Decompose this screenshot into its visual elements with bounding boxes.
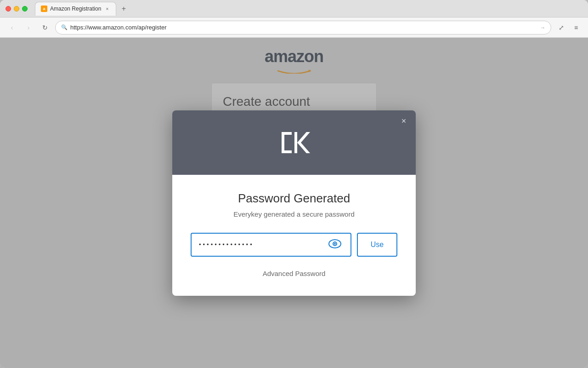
browser-tab[interactable]: a Amazon Registration × [35, 2, 116, 16]
eye-icon [328, 239, 341, 248]
forward-button[interactable]: › [22, 21, 35, 34]
svg-marker-5 [297, 132, 310, 153]
svg-rect-1 [282, 132, 284, 153]
use-button[interactable]: Use [357, 233, 397, 257]
reload-button[interactable]: ↻ [39, 21, 51, 34]
modal-close-button[interactable]: × [398, 116, 409, 127]
modal-title: Password Generated [191, 191, 397, 206]
svg-rect-2 [282, 132, 292, 135]
svg-point-8 [334, 243, 336, 245]
nav-right-buttons: ⤢ ≡ [555, 21, 582, 34]
minimize-traffic-light[interactable] [14, 6, 19, 12]
nav-bar: ‹ › ↻ 🔍 https://www.amazon.com/ap/regist… [0, 17, 588, 38]
close-traffic-light[interactable] [6, 6, 11, 12]
password-row: •••••••••••••• Use [191, 233, 397, 257]
tab-area: a Amazon Registration × + [35, 2, 582, 16]
menu-button[interactable]: ≡ [570, 21, 582, 34]
cast-button[interactable]: ⤢ [555, 21, 568, 34]
page-content: amazon Create account Already have an ac… [0, 38, 588, 368]
svg-rect-4 [294, 132, 297, 153]
traffic-lights [6, 6, 28, 12]
back-button[interactable]: ‹ [6, 21, 18, 34]
tab-close-button[interactable]: × [104, 6, 110, 12]
modal-overlay: × Passwor [0, 38, 588, 368]
title-bar: a Amazon Registration × + [0, 0, 588, 17]
tab-favicon: a [41, 6, 47, 12]
advanced-password-link[interactable]: Advanced Password [191, 270, 397, 277]
modal-subtitle: Everykey generated a secure password [191, 210, 397, 218]
browser-window: a Amazon Registration × + ‹ › ↻ 🔍 https:… [0, 0, 588, 368]
tab-title: Amazon Registration [50, 6, 101, 12]
password-dots: •••••••••••••• [199, 241, 254, 248]
modal-header: × [172, 110, 416, 175]
lock-icon: 🔍 [61, 24, 68, 30]
maximize-traffic-light[interactable] [22, 6, 28, 12]
show-password-button[interactable] [327, 237, 343, 252]
everykey-logo [278, 126, 310, 159]
modal-body: Password Generated Everykey generated a … [172, 175, 416, 296]
go-button[interactable]: → [540, 25, 545, 30]
password-field[interactable]: •••••••••••••• [191, 233, 351, 257]
address-bar[interactable]: 🔍 https://www.amazon.com/ap/register → [55, 21, 551, 34]
url-text: https://www.amazon.com/ap/register [70, 24, 537, 31]
new-tab-button[interactable]: + [118, 3, 129, 14]
ek-logo-icon [278, 126, 310, 159]
everykey-modal: × Passwor [172, 110, 416, 296]
svg-rect-3 [282, 150, 292, 153]
